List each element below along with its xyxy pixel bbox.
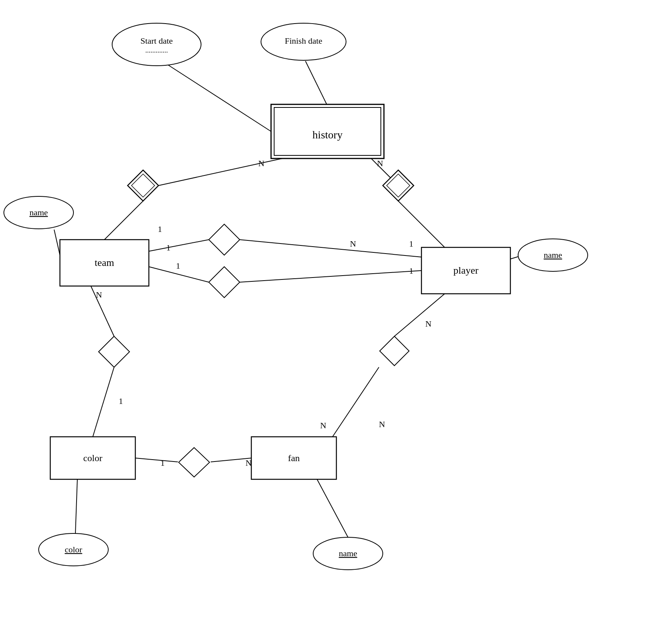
svg-line-4 xyxy=(104,201,143,240)
diagram-svg: history team player color fan Start date… xyxy=(0,0,672,620)
svg-line-13 xyxy=(93,367,114,437)
svg-text:N: N xyxy=(258,158,264,168)
svg-marker-39 xyxy=(380,336,409,366)
svg-text:1: 1 xyxy=(166,243,171,252)
svg-text:history: history xyxy=(312,129,343,141)
svg-marker-33 xyxy=(131,174,155,197)
svg-marker-37 xyxy=(209,267,240,298)
svg-marker-40 xyxy=(179,448,210,477)
svg-text:1: 1 xyxy=(409,239,413,249)
svg-line-12 xyxy=(91,286,114,336)
svg-marker-38 xyxy=(99,336,130,367)
svg-text:1: 1 xyxy=(409,266,413,276)
svg-text:Start date: Start date xyxy=(140,36,173,46)
svg-text:.............: ............. xyxy=(145,46,168,54)
svg-text:color: color xyxy=(83,453,102,463)
svg-text:name: name xyxy=(339,548,357,558)
svg-line-9 xyxy=(240,240,421,257)
svg-text:N: N xyxy=(350,239,356,249)
svg-text:Finish date: Finish date xyxy=(285,36,322,46)
svg-text:1: 1 xyxy=(176,261,180,271)
svg-text:1: 1 xyxy=(119,396,123,406)
svg-text:name: name xyxy=(29,208,48,217)
svg-text:fan: fan xyxy=(288,453,300,463)
svg-text:N: N xyxy=(379,419,385,429)
svg-text:name: name xyxy=(544,250,562,260)
svg-line-14 xyxy=(394,294,445,336)
svg-text:N: N xyxy=(425,319,432,329)
svg-text:1: 1 xyxy=(160,458,165,468)
svg-text:color: color xyxy=(65,545,82,554)
svg-line-0 xyxy=(166,64,271,131)
svg-line-18 xyxy=(75,479,77,533)
svg-line-16 xyxy=(135,458,178,462)
svg-text:N: N xyxy=(246,458,252,468)
svg-line-11 xyxy=(240,271,421,282)
svg-text:N: N xyxy=(320,421,326,430)
svg-line-5 xyxy=(398,201,445,247)
svg-line-8 xyxy=(149,240,209,251)
svg-line-15 xyxy=(333,367,379,437)
svg-line-6 xyxy=(54,230,60,255)
svg-text:N: N xyxy=(377,158,383,168)
svg-text:player: player xyxy=(454,265,479,276)
svg-line-1 xyxy=(305,61,327,104)
svg-text:team: team xyxy=(95,257,114,268)
svg-text:N: N xyxy=(96,290,102,300)
svg-marker-36 xyxy=(209,224,240,255)
svg-line-19 xyxy=(317,479,348,537)
diagram-container: history team player color fan Start date… xyxy=(0,0,672,620)
svg-text:1: 1 xyxy=(158,224,162,234)
